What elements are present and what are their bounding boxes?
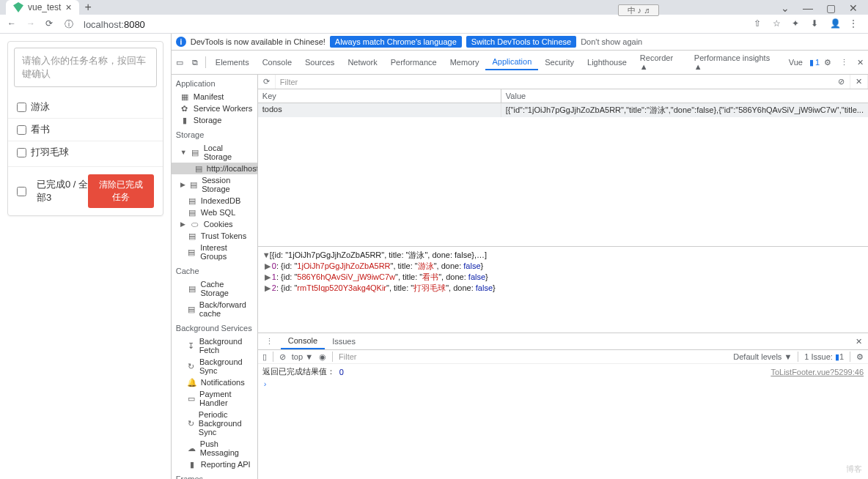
profile-icon[interactable]: 👤 <box>830 18 842 30</box>
minimize-button[interactable]: — <box>803 2 813 14</box>
close-drawer-icon[interactable]: ✕ <box>850 337 868 346</box>
refresh-storage-icon[interactable]: ⟳ <box>258 75 276 89</box>
todo-item[interactable]: 游泳 <box>8 96 163 118</box>
log-text: 返回已完成结果值： <box>262 366 335 377</box>
tab-lighthouse[interactable]: Lighthouse <box>581 55 633 70</box>
sidebar-storage[interactable]: ▮Storage <box>172 114 257 126</box>
menu-icon[interactable]: ⋮ <box>849 18 861 30</box>
share-icon[interactable]: ⇧ <box>754 18 765 30</box>
sidebar-service-workers[interactable]: ✿Service Workers <box>172 103 257 114</box>
more-icon[interactable]: ⋮ <box>836 58 853 67</box>
drawer-tab-issues[interactable]: Issues <box>325 334 363 349</box>
context-selector[interactable]: top ▼ <box>292 352 313 361</box>
task-input[interactable]: 请输入你的任务名称，按回车键确认 <box>14 48 157 87</box>
storage-filter-input[interactable]: Filter <box>276 75 833 89</box>
sidebar-periodic-sync[interactable]: ↻Periodic Background Sync <box>172 409 257 438</box>
todo-item[interactable]: 打羽毛球 <box>8 141 163 163</box>
sidebar-trust-tokens[interactable]: ▤Trust Tokens <box>172 230 257 242</box>
select-all-checkbox[interactable] <box>17 187 26 196</box>
live-expression-icon[interactable]: ◉ <box>319 352 326 362</box>
clear-done-button[interactable]: 清除已完成任务 <box>88 174 154 208</box>
console-filter-input[interactable]: Filter <box>339 352 356 361</box>
sidebar-manifest[interactable]: ▦Manifest <box>172 91 257 103</box>
tab-recorder[interactable]: Recorder ▲ <box>633 51 688 74</box>
reload-button[interactable]: ⟳ <box>45 18 57 30</box>
sidebar-reporting-api[interactable]: ▮Reporting API <box>172 458 257 470</box>
ime-indicator[interactable]: 中 ♪ ♬ <box>618 4 659 16</box>
tab-vue[interactable]: Vue <box>782 55 809 70</box>
banner-match-button[interactable]: Always match Chrome's language <box>330 36 462 48</box>
todo-checkbox[interactable] <box>17 125 26 135</box>
sidebar-push-messaging[interactable]: ☁Push Messaging <box>172 438 257 458</box>
sidebar-bg-sync[interactable]: ↻Background Sync <box>172 356 257 376</box>
settings-icon[interactable]: ⚙ <box>820 58 836 67</box>
sidebar-local-storage-origin[interactable]: ▤http://localhost:8080 <box>172 163 257 174</box>
tab-sources[interactable]: Sources <box>298 55 341 70</box>
tab-application[interactable]: Application <box>485 54 538 70</box>
sidebar-cookies[interactable]: ▶⬭Cookies <box>172 218 257 230</box>
clear-console-icon[interactable]: ⊘ <box>279 352 286 362</box>
tab-security[interactable]: Security <box>538 55 581 70</box>
back-button[interactable]: ← <box>7 18 19 30</box>
log-source-link[interactable]: ToListFooter.vue?5299:46 <box>770 368 864 376</box>
tab-title: vue_test <box>28 2 61 12</box>
sidebar-notifications[interactable]: 🔔Notifications <box>172 376 257 388</box>
sidebar-websql[interactable]: ▤Web SQL <box>172 207 257 218</box>
origin-icon: ▤ <box>195 164 202 173</box>
sidebar-interest-groups[interactable]: ▤Interest Groups <box>172 242 257 262</box>
forward-button[interactable]: → <box>26 18 38 30</box>
storage-row[interactable]: todos [{"id":"1jOiJh7pGgJjhZoZbA5RR","ti… <box>258 103 868 117</box>
sidebar-bfcache[interactable]: ▤Back/forward cache <box>172 299 257 319</box>
col-header-value[interactable]: Value <box>501 89 868 103</box>
application-sidebar: Application ▦Manifest ✿Service Workers ▮… <box>172 75 258 479</box>
new-tab-button[interactable]: + <box>85 1 92 14</box>
drawer-tab-console[interactable]: Console <box>281 333 325 349</box>
issues-link[interactable]: 1 Issue: ▮1 <box>804 352 844 362</box>
tab-console[interactable]: Console <box>256 55 298 70</box>
device-toggle-icon[interactable]: ⧉ <box>188 56 202 70</box>
tab-network[interactable]: Network <box>341 55 383 70</box>
close-window-button[interactable]: ✕ <box>849 2 858 14</box>
issues-indicator[interactable]: ▮1 <box>809 58 820 67</box>
console-log-line[interactable]: 返回已完成结果值： 0 ToListFooter.vue?5299:46 <box>261 365 865 378</box>
extensions-icon[interactable]: ✦ <box>792 18 803 30</box>
downloads-icon[interactable]: ⬇ <box>811 18 823 30</box>
console-settings-icon[interactable]: ⚙ <box>856 352 864 362</box>
browser-tab[interactable]: vue_test × <box>6 0 79 15</box>
sidebar-session-storage[interactable]: ▶▤Session Storage <box>172 174 257 195</box>
sidebar-cache-storage[interactable]: ▤Cache Storage <box>172 278 257 299</box>
url-display[interactable]: localhost:8080 <box>84 19 145 30</box>
devtools-tabs: ▭ ⧉ Elements Console Sources Network Per… <box>172 51 868 75</box>
section-application: Application <box>172 75 257 91</box>
console-prompt[interactable]: › <box>261 378 865 390</box>
tab-elements[interactable]: Elements <box>209 55 256 70</box>
close-tab-icon[interactable]: × <box>65 1 71 13</box>
sidebar-indexeddb[interactable]: ▤IndexedDB <box>172 195 257 207</box>
tab-performance[interactable]: Performance <box>384 55 444 70</box>
delete-icon[interactable]: ✕ <box>850 75 868 89</box>
todo-checkbox[interactable] <box>17 103 26 112</box>
value-preview: ▼[{id: "1jOiJh7pGgJjhZoZbA5RR", title: "… <box>258 246 868 333</box>
banner-dismiss-link[interactable]: Don't show again <box>581 37 642 46</box>
banner-switch-button[interactable]: Switch DevTools to Chinese <box>466 36 576 48</box>
drawer-menu-icon[interactable]: ⋮ <box>258 334 281 349</box>
manifest-icon: ▦ <box>180 92 189 101</box>
bookmark-icon[interactable]: ☆ <box>773 18 784 30</box>
clear-filter-icon[interactable]: ⊘ <box>833 75 850 89</box>
close-devtools-icon[interactable]: ✕ <box>853 58 868 67</box>
col-header-key[interactable]: Key <box>258 89 501 103</box>
inspect-icon[interactable]: ▭ <box>172 56 188 70</box>
chevron-down-icon[interactable]: ⌄ <box>781 2 790 14</box>
todo-item[interactable]: 看书 <box>8 118 163 141</box>
group-icon: ▤ <box>188 248 196 256</box>
sidebar-local-storage[interactable]: ▼▤Local Storage <box>172 142 257 163</box>
todo-checkbox[interactable] <box>17 148 26 157</box>
tab-perf-insights[interactable]: Performance insights ▲ <box>688 51 782 74</box>
maximize-button[interactable]: ▢ <box>826 2 836 14</box>
sidebar-bg-fetch[interactable]: ↧Background Fetch <box>172 335 257 356</box>
tab-memory[interactable]: Memory <box>444 55 486 70</box>
log-levels-selector[interactable]: Default levels ▼ <box>733 352 792 361</box>
console-sidebar-icon[interactable]: ▯ <box>262 352 267 362</box>
site-info-icon[interactable]: ⓘ <box>65 18 76 30</box>
sidebar-payment-handler[interactable]: ▭Payment Handler <box>172 388 257 409</box>
